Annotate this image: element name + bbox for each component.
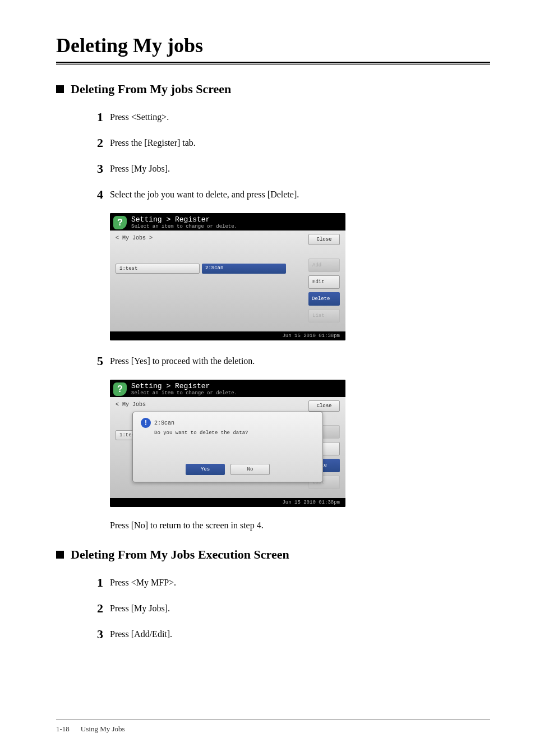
device-screenshot-2: ? Setting > Register Select an item to c… <box>110 380 490 507</box>
step-text: Press <My MFP>. <box>110 575 176 590</box>
close-button[interactable]: Close <box>308 400 340 412</box>
step-number: 3 <box>86 627 103 642</box>
screen-header: ? Setting > Register Select an item to c… <box>110 380 345 397</box>
chapter-name: Using My Jobs <box>81 725 125 734</box>
step-number: 1 <box>86 110 103 125</box>
square-bullet-icon <box>56 85 64 93</box>
device-screenshot-1: ? Setting > Register Select an item to c… <box>110 213 490 340</box>
step-number: 1 <box>86 575 103 590</box>
step-text: Press [My Jobs]. <box>110 162 170 176</box>
page-title: Deleting My jobs <box>56 34 490 57</box>
step-1-5: 5 Press [Yes] to proceed with the deleti… <box>86 354 490 368</box>
step-number: 2 <box>86 601 103 616</box>
step-text: Press <Setting>. <box>110 110 169 125</box>
screen-body: < My Jobs > Close 1:test 2:Scan Add Edit… <box>110 231 345 331</box>
section-heading-2-text: Deleting From My Jobs Execution Screen <box>71 547 289 562</box>
my-jobs-label: < My Jobs <box>116 402 340 408</box>
step-text: Press [Add/Edit]. <box>110 627 172 642</box>
square-bullet-icon <box>56 551 64 559</box>
step-1-1: 1 Press <Setting>. <box>86 110 490 125</box>
step-number: 4 <box>86 187 103 202</box>
dialog-title: 2:Scan <box>154 420 174 426</box>
step-2-3: 3 Press [Add/Edit]. <box>86 627 490 642</box>
confirm-dialog: ! 2:Scan Do you want to delete the data?… <box>132 412 323 482</box>
job-item-scan[interactable]: 2:Scan <box>202 264 286 274</box>
job-list: 1:test 2:Scan <box>116 264 340 274</box>
close-button[interactable]: Close <box>308 234 340 245</box>
section-heading-1-text: Deleting From My jobs Screen <box>71 82 231 96</box>
add-button: Add <box>308 259 340 272</box>
step-text: Press the [Register] tab. <box>110 136 196 150</box>
help-icon[interactable]: ? <box>113 382 127 396</box>
screen-timestamp: Jun 15 2010 01:38pm <box>110 331 345 340</box>
step-text: Select the job you want to delete, and p… <box>110 187 299 202</box>
edit-button[interactable]: Edit <box>308 275 340 289</box>
dialog-message: Do you want to delete the data? <box>154 430 315 436</box>
my-jobs-label: < My Jobs > <box>116 235 340 241</box>
help-icon[interactable]: ? <box>113 216 127 229</box>
step-1-2: 2 Press the [Register] tab. <box>86 136 490 150</box>
followup-note: Press [No] to return to the screen in st… <box>110 520 490 531</box>
page-footer: 1-18 Using My Jobs <box>56 720 490 734</box>
delete-button[interactable]: Delete <box>308 292 340 306</box>
list-button: List <box>308 309 340 322</box>
header-subtitle: Select an item to change or delete. <box>131 390 237 396</box>
section-heading-2: Deleting From My Jobs Execution Screen <box>56 547 490 562</box>
breadcrumb: Setting > Register <box>131 215 237 224</box>
title-rule-thin <box>56 64 490 65</box>
step-2-1: 1 Press <My MFP>. <box>86 575 490 590</box>
step-text: Press [My Jobs]. <box>110 601 170 616</box>
step-1-4: 4 Select the job you want to delete, and… <box>86 187 490 202</box>
breadcrumb: Setting > Register <box>131 382 237 390</box>
step-1-3: 3 Press [My Jobs]. <box>86 162 490 176</box>
screen-body: < My Jobs Close 1:test dd dit elete List… <box>110 397 345 498</box>
dialog-buttons: Yes No <box>141 464 315 475</box>
step-number: 5 <box>86 354 103 368</box>
title-rule-thick <box>56 62 490 63</box>
info-icon: ! <box>141 418 151 428</box>
yes-button[interactable]: Yes <box>186 464 225 475</box>
header-subtitle: Select an item to change or delete. <box>131 224 237 229</box>
step-2-2: 2 Press [My Jobs]. <box>86 601 490 616</box>
job-item-test[interactable]: 1:test <box>116 264 200 274</box>
section-heading-1: Deleting From My jobs Screen <box>56 82 490 96</box>
no-button[interactable]: No <box>230 464 270 475</box>
step-number: 3 <box>86 162 103 176</box>
screen-timestamp: Jun 15 2010 01:38pm <box>110 498 345 507</box>
step-number: 2 <box>86 136 103 150</box>
screen-header: ? Setting > Register Select an item to c… <box>110 213 345 231</box>
page-number: 1-18 <box>56 725 70 734</box>
side-buttons: Add Edit Delete List <box>308 259 340 322</box>
step-text: Press [Yes] to proceed with the deletion… <box>110 354 255 368</box>
